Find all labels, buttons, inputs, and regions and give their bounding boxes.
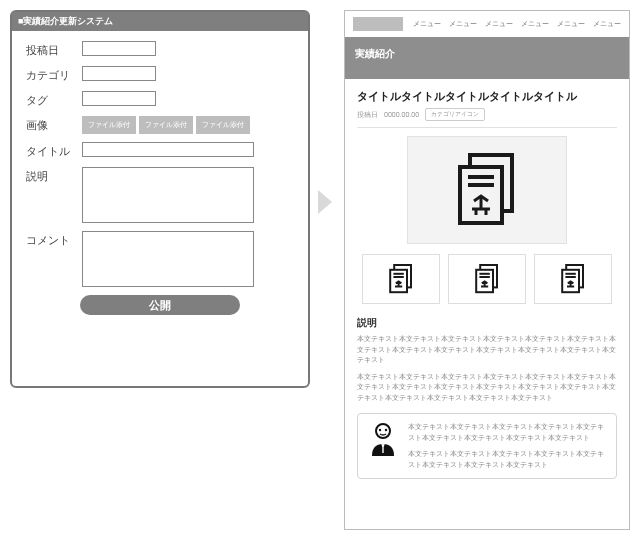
textarea-desc[interactable] xyxy=(82,167,254,223)
article-title: タイトルタイトルタイトルタイトルタイトル xyxy=(345,79,629,108)
desc-paragraph-1: 本文テキスト本文テキスト本文テキスト本文テキスト本文テキスト本文テキスト本文テキ… xyxy=(345,334,629,366)
desc-heading: 説明 xyxy=(345,316,629,334)
nav: メニュー メニュー メニュー メニュー メニュー メニュー xyxy=(413,19,621,29)
nav-item-4[interactable]: メニュー xyxy=(521,19,549,29)
file-attach-button-2[interactable]: ファイル添付 xyxy=(139,116,193,134)
comment-box: 本文テキスト本文テキスト本文テキスト本文テキスト本文テキスト本文テキスト本文テキ… xyxy=(357,413,617,479)
avatar-icon xyxy=(368,422,398,458)
comment-paragraph-1: 本文テキスト本文テキスト本文テキスト本文テキスト本文テキスト本文テキスト本文テキ… xyxy=(408,422,606,443)
textarea-comment[interactable] xyxy=(82,231,254,287)
svg-point-17 xyxy=(379,429,381,431)
label-date: 投稿日 xyxy=(26,41,82,58)
thumb-2[interactable] xyxy=(448,254,526,304)
thumb-3[interactable] xyxy=(534,254,612,304)
label-title: タイトル xyxy=(26,142,82,159)
hero-title: 実績紹介 xyxy=(345,37,629,79)
preview-panel: メニュー メニュー メニュー メニュー メニュー メニュー 実績紹介 タイトルタ… xyxy=(344,10,630,530)
svg-point-16 xyxy=(376,424,390,438)
document-icon xyxy=(559,263,587,295)
logo-placeholder xyxy=(353,17,403,31)
nav-item-5[interactable]: メニュー xyxy=(557,19,585,29)
file-attach-button-1[interactable]: ファイル添付 xyxy=(82,116,136,134)
label-desc: 説明 xyxy=(26,167,82,184)
svg-point-18 xyxy=(385,429,387,431)
nav-item-1[interactable]: メニュー xyxy=(413,19,441,29)
meta-date-value: 0000.00.00 xyxy=(384,111,419,118)
input-category[interactable] xyxy=(82,66,156,81)
meta-date-label: 投稿日 xyxy=(357,110,378,120)
document-icon xyxy=(452,151,522,229)
nav-item-6[interactable]: メニュー xyxy=(593,19,621,29)
form-panel: ■実績紹介更新システム 投稿日 カテゴリ タグ 画像 ファイル添付 ファイル添付… xyxy=(10,10,310,388)
nav-item-3[interactable]: メニュー xyxy=(485,19,513,29)
input-tag[interactable] xyxy=(82,91,156,106)
nav-item-2[interactable]: メニュー xyxy=(449,19,477,29)
label-image: 画像 xyxy=(26,116,82,133)
label-tag: タグ xyxy=(26,91,82,108)
label-comment: コメント xyxy=(26,231,82,248)
arrow-icon xyxy=(318,190,332,214)
input-title[interactable] xyxy=(82,142,254,157)
document-icon xyxy=(473,263,501,295)
form-panel-title: ■実績紹介更新システム xyxy=(12,12,308,31)
desc-paragraph-2: 本文テキスト本文テキスト本文テキスト本文テキスト本文テキスト本文テキスト本文テキ… xyxy=(345,372,629,404)
label-category: カテゴリ xyxy=(26,66,82,83)
document-icon xyxy=(387,263,415,295)
divider xyxy=(357,127,617,128)
featured-image xyxy=(407,136,567,244)
meta-category-badge: カテゴリアイコン xyxy=(425,108,485,121)
file-attach-button-3[interactable]: ファイル添付 xyxy=(196,116,250,134)
input-date[interactable] xyxy=(82,41,156,56)
comment-paragraph-2: 本文テキスト本文テキスト本文テキスト本文テキスト本文テキスト本文テキスト本文テキ… xyxy=(408,449,606,470)
thumb-1[interactable] xyxy=(362,254,440,304)
publish-button[interactable]: 公開 xyxy=(80,295,240,315)
